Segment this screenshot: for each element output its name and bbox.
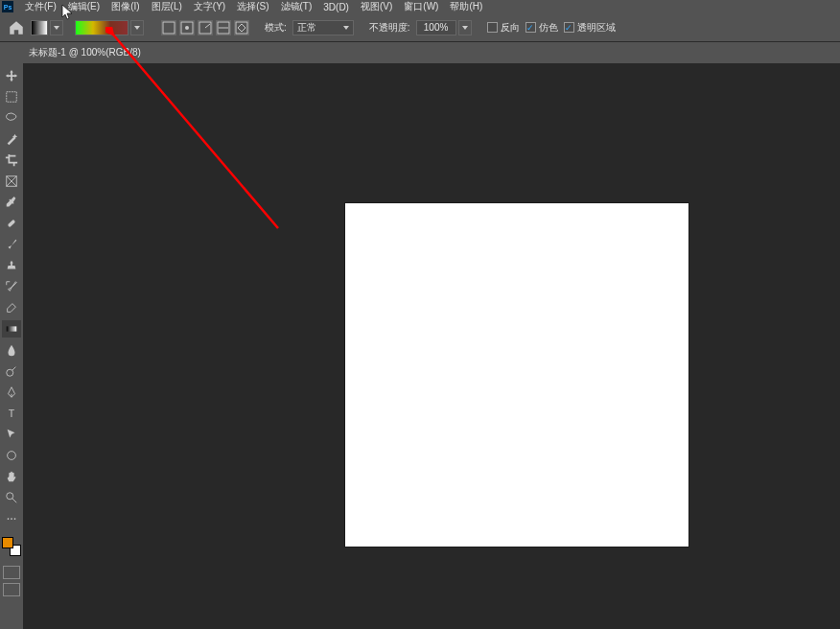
menu-file[interactable]: 文件(F) [19,0,62,13]
opacity-dropdown[interactable] [458,20,472,35]
transparency-checkbox[interactable]: 透明区域 [564,21,616,35]
gradient-preset[interactable] [31,20,48,35]
lasso-tool[interactable] [2,109,21,127]
eraser-tool[interactable] [2,299,21,316]
svg-rect-0 [163,22,175,34]
diamond-gradient-button[interactable] [234,20,249,35]
linear-gradient-button[interactable] [161,20,176,35]
svg-point-17 [14,518,16,520]
menu-edit[interactable]: 编辑(E) [62,0,105,13]
svg-rect-7 [7,92,17,103]
type-tool[interactable]: T [2,405,21,422]
transparency-label: 透明区域 [577,21,616,35]
menu-type[interactable]: 文字(Y) [188,0,231,13]
ps-logo-icon: Ps [2,1,13,12]
angle-gradient-button[interactable] [198,20,213,35]
home-icon[interactable] [8,19,25,36]
dodge-tool[interactable] [2,362,21,380]
path-select-tool[interactable] [2,426,21,443]
radial-gradient-button[interactable] [179,20,195,35]
eyedropper-tool[interactable] [2,194,21,211]
svg-point-13 [8,452,16,460]
checkbox-checked-icon [564,22,574,33]
mode-select[interactable]: 正常 [292,20,354,35]
menu-filter[interactable]: 滤镜(T) [275,0,318,13]
svg-rect-10 [7,326,17,331]
magic-wand-tool[interactable] [2,130,21,148]
blur-tool[interactable] [2,341,21,359]
document-tab[interactable]: 未标题-1 @ 100%(RGB/8) [0,42,840,63]
reflected-gradient-button[interactable] [216,20,231,35]
svg-text:T: T [9,408,15,419]
move-tool[interactable] [2,67,21,84]
gradient-picker-dropdown[interactable] [130,20,144,35]
chevron-down-icon [134,26,140,30]
menu-layer[interactable]: 图层(L) [146,0,188,13]
dither-checkbox[interactable]: 仿色 [525,21,558,35]
svg-point-14 [7,493,13,500]
edit-toolbar-button[interactable] [2,510,21,527]
gradient-preset-dropdown[interactable] [50,20,63,35]
clone-stamp-tool[interactable] [2,257,21,274]
menu-select[interactable]: 选择(S) [231,0,274,13]
opacity-label: 不透明度: [369,21,410,35]
svg-point-11 [7,369,13,376]
gradient-tool[interactable] [2,320,21,338]
color-swatches[interactable] [2,537,21,556]
shape-tool[interactable] [2,447,21,464]
checkbox-icon [487,22,498,33]
menu-bar: Ps 文件(F) 编辑(E) 图像(I) 图层(L) 文字(Y) 选择(S) 滤… [0,0,840,13]
chevron-down-icon [343,26,349,30]
document-title: 未标题-1 @ 100%(RGB/8) [29,46,141,59]
svg-point-15 [8,518,10,520]
svg-rect-9 [8,220,16,228]
menu-image[interactable]: 图像(I) [105,0,145,13]
zoom-tool[interactable] [2,489,21,506]
hand-tool[interactable] [2,468,21,485]
pen-tool[interactable] [2,384,21,401]
options-bar: 模式: 正常 不透明度: 100% 反向 仿色 透明区域 [0,13,840,42]
menu-help[interactable]: 帮助(H) [444,0,488,13]
foreground-color-swatch[interactable] [2,537,13,548]
history-brush-tool[interactable] [2,278,21,295]
gradient-preview[interactable] [75,20,128,35]
svg-point-2 [185,26,189,30]
checkbox-checked-icon [525,22,536,33]
chevron-down-icon [54,26,59,30]
mode-value: 正常 [297,21,316,35]
crop-tool[interactable] [2,151,21,169]
mode-label: 模式: [265,21,287,35]
chevron-down-icon [462,26,468,30]
canvas-area [23,63,840,629]
opacity-value[interactable]: 100% [416,20,456,35]
menu-view[interactable]: 视图(V) [355,0,398,13]
menu-3d[interactable]: 3D(D) [317,2,355,12]
frame-tool[interactable] [2,173,21,190]
screen-mode-button[interactable] [3,583,20,596]
svg-point-16 [11,518,12,520]
toolbar: T [0,63,23,600]
reverse-label: 反向 [501,21,520,35]
brush-tool[interactable] [2,236,21,253]
marquee-tool[interactable] [2,88,21,105]
dither-label: 仿色 [539,21,558,35]
document-canvas[interactable] [345,203,688,547]
reverse-checkbox[interactable]: 反向 [487,21,520,35]
menu-window[interactable]: 窗口(W) [398,0,444,13]
quick-mask-button[interactable] [3,566,20,579]
spot-heal-tool[interactable] [2,215,21,232]
